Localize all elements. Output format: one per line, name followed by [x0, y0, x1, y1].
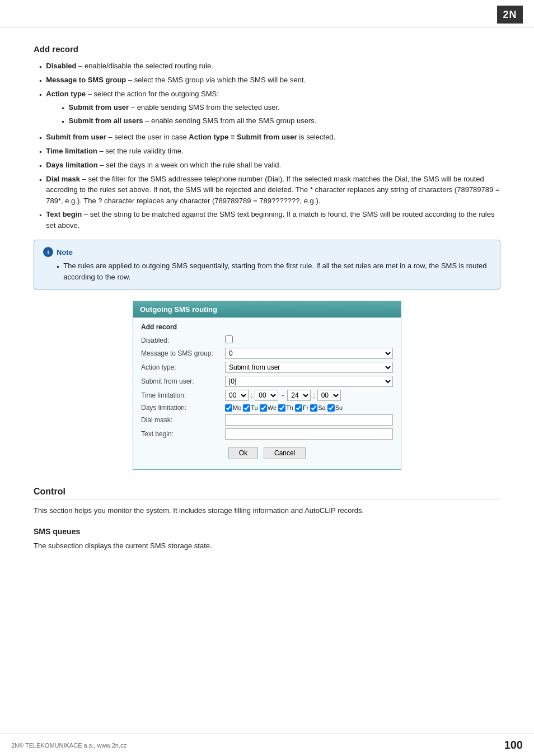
time-start-m-select[interactable]: 00: [255, 390, 278, 401]
sub-text-submit-all: enable sending SMS from all the SMS grou…: [151, 116, 317, 125]
logo: 2N: [497, 6, 523, 24]
submit-from-user-control[interactable]: [0]: [225, 376, 393, 387]
sub-text-submit-user: enable sending SMS from the selected use…: [137, 103, 280, 111]
bullet-time-limit: Time limitation – set the rule validity …: [39, 146, 500, 157]
form-row-dial-mask: Dial mask:: [141, 414, 393, 426]
text-begin-input[interactable]: [225, 428, 393, 440]
days-limit-label: Days limitation:: [141, 404, 225, 412]
disabled-checkbox[interactable]: [225, 335, 233, 343]
main-bullet-list: Disabled – enable/disable the selected r…: [34, 60, 500, 231]
sms-queues-title: SMS queues: [34, 527, 500, 536]
bullet-dl-text: set the days in a week on which the rule…: [106, 161, 281, 169]
note-icon: i: [43, 247, 53, 257]
time-sep-2: :: [313, 391, 315, 399]
sub-bullet-submit-all: Submit from all users – enable sending S…: [62, 115, 316, 127]
note-header: i Note: [43, 247, 491, 257]
control-section: Control This section helps you monitor t…: [34, 487, 500, 552]
bullet-disabled-text: enable/disable the selected routing rule…: [85, 62, 213, 70]
time-sep-1: :: [251, 391, 252, 399]
day-tu[interactable]: Tu: [243, 404, 257, 412]
sub-bullet-submit-user: Submit from user – enable sending SMS fr…: [62, 102, 316, 113]
form-row-time-limit: Time limitation: 00 : 00 -: [141, 390, 393, 401]
sms-group-select[interactable]: 0: [225, 348, 393, 359]
day-th[interactable]: Th: [278, 404, 293, 412]
sms-queues-description: The subsection displays the current SMS …: [34, 540, 500, 552]
bullet-dm-text: set the filter for the SMS addressee tel…: [46, 175, 499, 205]
bullet-tl-label: Time limitation: [46, 147, 97, 155]
add-record-title: Add record: [34, 44, 500, 54]
bullet-tl-text: set the rule validity time.: [105, 147, 183, 155]
time-start-h-select[interactable]: 00: [225, 390, 249, 401]
bullet-sms-group-label: Message to SMS group: [46, 76, 126, 84]
day-we[interactable]: We: [260, 404, 277, 412]
dial-mask-input[interactable]: [225, 414, 393, 426]
bullet-disabled-dash: –: [76, 62, 84, 70]
footer-page: 100: [504, 739, 523, 752]
disabled-label: Disabled:: [141, 337, 225, 344]
bullet-dm-label: Dial mask: [46, 175, 80, 183]
text-begin-control[interactable]: [225, 428, 393, 440]
dial-mask-control[interactable]: [225, 414, 393, 426]
note-text: The rules are applied to outgoing SMS se…: [57, 260, 491, 282]
note-content: The rules are applied to outgoing SMS se…: [43, 260, 491, 282]
text-begin-label: Text begin:: [141, 430, 225, 438]
disabled-control[interactable]: [225, 335, 393, 345]
day-sa[interactable]: Sa: [310, 404, 325, 412]
control-title: Control: [34, 487, 500, 500]
sub-label-submit-all: Submit from all users: [69, 116, 143, 125]
bullet-disabled: Disabled – enable/disable the selected r…: [39, 60, 500, 72]
sub-label-submit-user: Submit from user: [69, 103, 129, 111]
bullet-action-text: select the action for the outgoing SMS:: [94, 90, 219, 98]
day-su[interactable]: Su: [327, 404, 343, 412]
form-row-submit-from-user: Submit from user: [0]: [141, 376, 393, 387]
action-type-control[interactable]: Submit from user: [225, 362, 393, 373]
sub-bullet-list: Submit from user – enable sending SMS fr…: [46, 102, 316, 127]
bullet-tb-text: set the string to be matched against the…: [46, 210, 494, 230]
sms-group-control[interactable]: 0: [225, 348, 393, 359]
bullet-dl-label: Days limitation: [46, 161, 97, 169]
dialog-body: Add record Disabled: Message to SMS grou…: [133, 318, 401, 469]
action-type-label: Action type:: [141, 363, 225, 371]
note-title: Note: [57, 248, 73, 256]
dial-mask-label: Dial mask:: [141, 416, 225, 424]
bullet-sms-group-text: select the SMS group via which the SMS w…: [134, 76, 306, 84]
form-row-text-begin: Text begin:: [141, 428, 393, 440]
dialog-subtitle: Add record: [141, 323, 393, 331]
day-fr[interactable]: Fr: [295, 404, 308, 412]
add-record-section: Add record Disabled – enable/disable the…: [34, 44, 500, 470]
day-mo[interactable]: Mo: [225, 404, 241, 412]
submit-from-user-label: Submit from user:: [141, 377, 225, 385]
days-row: Mo Tu We Th Fr Sa Su: [225, 404, 393, 412]
page-footer: 2N® TELEKOMUNIKACE a.s., www.2n.cz 100: [0, 734, 534, 756]
header: 2N: [0, 0, 534, 27]
time-limit-control[interactable]: 00 : 00 - 24 : 00: [225, 390, 393, 401]
bullet-action-label: Action type: [46, 90, 86, 98]
days-limit-control[interactable]: Mo Tu We Th Fr Sa Su: [225, 404, 393, 412]
cancel-button[interactable]: Cancel: [264, 447, 306, 459]
bullet-disabled-label: Disabled: [46, 62, 76, 70]
submit-from-user-select[interactable]: [0]: [225, 376, 393, 387]
bullet-text-begin: Text begin – set the string to be matche…: [39, 209, 500, 231]
form-row-disabled: Disabled:: [141, 335, 393, 345]
ok-button[interactable]: Ok: [228, 447, 258, 459]
form-row-sms-group: Message to SMS group: 0: [141, 348, 393, 359]
control-description: This section helps you monitor the syste…: [34, 505, 500, 517]
dialog-footer: Ok Cancel: [141, 442, 393, 463]
bullet-sfu-emphasis: Action type = Submit from user: [189, 133, 297, 141]
bullet-sfu-text2: is selected.: [297, 133, 336, 141]
bullet-action-type: Action type – select the action for the …: [39, 88, 500, 129]
bullet-submit-from-user: Submit from user – select the user in ca…: [39, 132, 500, 143]
time-row: 00 : 00 - 24 : 00: [225, 390, 393, 401]
form-row-days-limit: Days limitation: Mo Tu We Th Fr Sa Su: [141, 404, 393, 412]
time-end-m-select[interactable]: 00: [317, 390, 341, 401]
time-limit-label: Time limitation:: [141, 391, 225, 399]
dialog-panel: Outgoing SMS routing Add record Disabled…: [133, 301, 401, 470]
time-end-h-select[interactable]: 24: [287, 390, 311, 401]
bullet-tb-label: Text begin: [46, 210, 82, 218]
bullet-sms-group: Message to SMS group – select the SMS gr…: [39, 74, 500, 86]
note-box: i Note The rules are applied to outgoing…: [34, 240, 500, 290]
action-type-select[interactable]: Submit from user: [225, 362, 393, 373]
bullet-days-limit: Days limitation – set the days in a week…: [39, 160, 500, 171]
footer-left: 2N® TELEKOMUNIKACE a.s., www.2n.cz: [11, 742, 127, 749]
dialog-title-bar: Outgoing SMS routing: [133, 301, 401, 318]
